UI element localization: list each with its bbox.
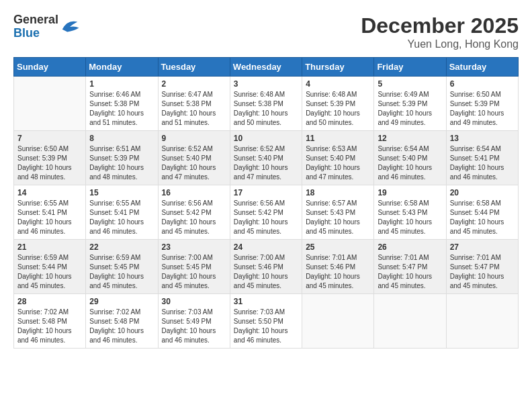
logo-bird-icon bbox=[60, 17, 80, 37]
calendar-cell: 3Sunrise: 6:48 AM Sunset: 5:38 PM Daylig… bbox=[230, 77, 302, 131]
day-info: Sunrise: 7:01 AM Sunset: 5:46 PM Dayligh… bbox=[306, 253, 370, 291]
calendar-cell: 6Sunrise: 6:50 AM Sunset: 5:39 PM Daylig… bbox=[446, 77, 518, 131]
day-info: Sunrise: 6:52 AM Sunset: 5:40 PM Dayligh… bbox=[234, 144, 298, 182]
calendar-cell: 17Sunrise: 6:56 AM Sunset: 5:42 PM Dayli… bbox=[230, 185, 302, 240]
day-info: Sunrise: 6:53 AM Sunset: 5:40 PM Dayligh… bbox=[306, 144, 370, 182]
calendar-cell: 22Sunrise: 6:59 AM Sunset: 5:45 PM Dayli… bbox=[86, 240, 158, 294]
calendar-cell: 31Sunrise: 7:03 AM Sunset: 5:50 PM Dayli… bbox=[230, 294, 302, 349]
day-number: 2 bbox=[162, 79, 226, 89]
calendar-cell: 24Sunrise: 7:00 AM Sunset: 5:46 PM Dayli… bbox=[230, 240, 302, 294]
logo-blue: Blue bbox=[13, 27, 58, 40]
day-number: 29 bbox=[89, 297, 154, 306]
calendar-cell: 1Sunrise: 6:46 AM Sunset: 5:38 PM Daylig… bbox=[86, 77, 158, 131]
logo-general: General bbox=[13, 13, 58, 27]
calendar-week-row: 1Sunrise: 6:46 AM Sunset: 5:38 PM Daylig… bbox=[14, 77, 519, 131]
day-info: Sunrise: 7:03 AM Sunset: 5:50 PM Dayligh… bbox=[234, 308, 298, 345]
day-info: Sunrise: 6:59 AM Sunset: 5:45 PM Dayligh… bbox=[89, 253, 154, 291]
day-info: Sunrise: 7:00 AM Sunset: 5:45 PM Dayligh… bbox=[162, 253, 226, 291]
calendar-cell: 8Sunrise: 6:51 AM Sunset: 5:39 PM Daylig… bbox=[86, 131, 158, 185]
day-info: Sunrise: 6:50 AM Sunset: 5:39 PM Dayligh… bbox=[17, 144, 82, 182]
calendar-header-friday: Friday bbox=[374, 58, 446, 77]
day-info: Sunrise: 7:01 AM Sunset: 5:47 PM Dayligh… bbox=[378, 253, 442, 291]
day-number: 23 bbox=[162, 242, 226, 252]
day-number: 8 bbox=[89, 134, 154, 143]
day-number: 30 bbox=[162, 297, 226, 306]
day-info: Sunrise: 6:58 AM Sunset: 5:44 PM Dayligh… bbox=[450, 199, 515, 236]
day-number: 16 bbox=[162, 188, 226, 197]
day-number: 26 bbox=[378, 242, 442, 252]
day-number: 18 bbox=[306, 188, 370, 197]
day-info: Sunrise: 7:01 AM Sunset: 5:47 PM Dayligh… bbox=[450, 253, 515, 291]
calendar-cell bbox=[302, 294, 374, 349]
day-number: 14 bbox=[17, 188, 82, 197]
calendar-cell: 28Sunrise: 7:02 AM Sunset: 5:48 PM Dayli… bbox=[14, 294, 86, 349]
calendar-header-saturday: Saturday bbox=[446, 58, 518, 77]
day-number: 27 bbox=[450, 242, 515, 252]
calendar-cell: 10Sunrise: 6:52 AM Sunset: 5:40 PM Dayli… bbox=[230, 131, 302, 185]
day-info: Sunrise: 6:54 AM Sunset: 5:41 PM Dayligh… bbox=[450, 144, 515, 182]
day-number: 11 bbox=[306, 134, 370, 143]
calendar-cell: 2Sunrise: 6:47 AM Sunset: 5:38 PM Daylig… bbox=[158, 77, 230, 131]
day-number: 15 bbox=[89, 188, 154, 197]
day-number: 6 bbox=[450, 79, 515, 89]
day-info: Sunrise: 6:58 AM Sunset: 5:43 PM Dayligh… bbox=[378, 199, 442, 236]
calendar-header-tuesday: Tuesday bbox=[158, 58, 230, 77]
calendar-cell: 29Sunrise: 7:02 AM Sunset: 5:48 PM Dayli… bbox=[86, 294, 158, 349]
day-info: Sunrise: 6:55 AM Sunset: 5:41 PM Dayligh… bbox=[89, 199, 154, 236]
day-number: 1 bbox=[89, 79, 154, 89]
calendar-cell: 30Sunrise: 7:03 AM Sunset: 5:49 PM Dayli… bbox=[158, 294, 230, 349]
calendar-header-sunday: Sunday bbox=[14, 58, 86, 77]
day-number: 7 bbox=[17, 134, 82, 143]
calendar-header-wednesday: Wednesday bbox=[230, 58, 302, 77]
page-header: General Blue December 2025 Yuen Long, Ho… bbox=[13, 13, 519, 50]
day-info: Sunrise: 6:56 AM Sunset: 5:42 PM Dayligh… bbox=[234, 199, 298, 236]
day-number: 5 bbox=[378, 79, 442, 89]
page-subtitle: Yuen Long, Hong Kong bbox=[361, 38, 519, 50]
calendar-cell: 12Sunrise: 6:54 AM Sunset: 5:40 PM Dayli… bbox=[374, 131, 446, 185]
day-number: 19 bbox=[378, 188, 442, 197]
calendar-cell: 15Sunrise: 6:55 AM Sunset: 5:41 PM Dayli… bbox=[86, 185, 158, 240]
calendar-week-row: 28Sunrise: 7:02 AM Sunset: 5:48 PM Dayli… bbox=[14, 294, 519, 349]
calendar-cell: 5Sunrise: 6:49 AM Sunset: 5:39 PM Daylig… bbox=[374, 77, 446, 131]
day-number: 10 bbox=[234, 134, 298, 143]
day-number: 21 bbox=[17, 242, 82, 252]
day-info: Sunrise: 6:59 AM Sunset: 5:44 PM Dayligh… bbox=[17, 253, 82, 291]
day-number: 4 bbox=[306, 79, 370, 89]
calendar-cell: 7Sunrise: 6:50 AM Sunset: 5:39 PM Daylig… bbox=[14, 131, 86, 185]
calendar-cell: 27Sunrise: 7:01 AM Sunset: 5:47 PM Dayli… bbox=[446, 240, 518, 294]
logo: General Blue bbox=[13, 13, 80, 40]
day-info: Sunrise: 7:02 AM Sunset: 5:48 PM Dayligh… bbox=[17, 308, 82, 345]
calendar-cell: 19Sunrise: 6:58 AM Sunset: 5:43 PM Dayli… bbox=[374, 185, 446, 240]
calendar-header-row: SundayMondayTuesdayWednesdayThursdayFrid… bbox=[14, 58, 519, 77]
page-title: December 2025 bbox=[361, 13, 519, 38]
calendar-cell bbox=[14, 77, 86, 131]
day-info: Sunrise: 6:54 AM Sunset: 5:40 PM Dayligh… bbox=[378, 144, 442, 182]
calendar-cell: 13Sunrise: 6:54 AM Sunset: 5:41 PM Dayli… bbox=[446, 131, 518, 185]
calendar-cell: 25Sunrise: 7:01 AM Sunset: 5:46 PM Dayli… bbox=[302, 240, 374, 294]
calendar-cell: 11Sunrise: 6:53 AM Sunset: 5:40 PM Dayli… bbox=[302, 131, 374, 185]
day-number: 9 bbox=[162, 134, 226, 143]
day-info: Sunrise: 7:00 AM Sunset: 5:46 PM Dayligh… bbox=[234, 253, 298, 291]
day-info: Sunrise: 6:50 AM Sunset: 5:39 PM Dayligh… bbox=[450, 90, 515, 128]
day-number: 24 bbox=[234, 242, 298, 252]
calendar-cell: 16Sunrise: 6:56 AM Sunset: 5:42 PM Dayli… bbox=[158, 185, 230, 240]
day-info: Sunrise: 7:02 AM Sunset: 5:48 PM Dayligh… bbox=[89, 308, 154, 345]
day-info: Sunrise: 6:46 AM Sunset: 5:38 PM Dayligh… bbox=[89, 90, 154, 128]
calendar-cell bbox=[446, 294, 518, 349]
title-section: December 2025 Yuen Long, Hong Kong bbox=[361, 13, 519, 50]
calendar-table: SundayMondayTuesdayWednesdayThursdayFrid… bbox=[13, 57, 519, 349]
calendar-header-thursday: Thursday bbox=[302, 58, 374, 77]
calendar-cell: 21Sunrise: 6:59 AM Sunset: 5:44 PM Dayli… bbox=[14, 240, 86, 294]
day-info: Sunrise: 7:03 AM Sunset: 5:49 PM Dayligh… bbox=[162, 308, 226, 345]
logo-text: General Blue bbox=[13, 13, 58, 40]
calendar-cell: 23Sunrise: 7:00 AM Sunset: 5:45 PM Dayli… bbox=[158, 240, 230, 294]
calendar-week-row: 14Sunrise: 6:55 AM Sunset: 5:41 PM Dayli… bbox=[14, 185, 519, 240]
day-info: Sunrise: 6:52 AM Sunset: 5:40 PM Dayligh… bbox=[162, 144, 226, 182]
calendar-cell: 9Sunrise: 6:52 AM Sunset: 5:40 PM Daylig… bbox=[158, 131, 230, 185]
day-number: 22 bbox=[89, 242, 154, 252]
day-number: 12 bbox=[378, 134, 442, 143]
day-info: Sunrise: 6:47 AM Sunset: 5:38 PM Dayligh… bbox=[162, 90, 226, 128]
day-info: Sunrise: 6:48 AM Sunset: 5:38 PM Dayligh… bbox=[234, 90, 298, 128]
day-number: 20 bbox=[450, 188, 515, 197]
day-info: Sunrise: 6:56 AM Sunset: 5:42 PM Dayligh… bbox=[162, 199, 226, 236]
